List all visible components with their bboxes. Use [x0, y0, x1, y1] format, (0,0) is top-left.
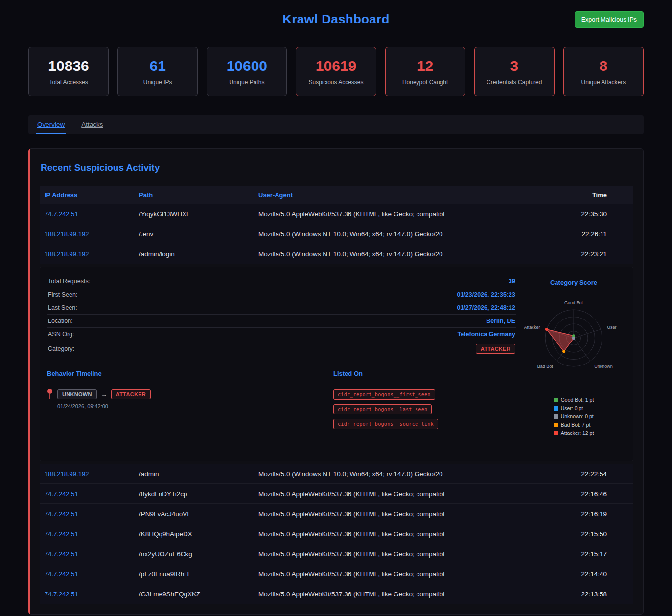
- detail-field: Location: Berlin, DE: [47, 315, 516, 328]
- field-value: Telefonica Germany: [457, 331, 515, 338]
- row-ip-cell: 74.7.242.51: [45, 490, 135, 498]
- row-user-agent: Mozilla/5.0 AppleWebKit/537.36 (KHTML, l…: [258, 591, 539, 598]
- col-header-user-agent: User-Agent: [258, 191, 539, 199]
- legend-swatch: [554, 406, 558, 411]
- suspicious-activity-panel: Recent Suspicious Activity IP Address Pa…: [28, 148, 644, 615]
- field-label: First Seen:: [48, 291, 77, 298]
- listed-on-badges: cidr_report_bogons__first_seen cidr_repo…: [333, 389, 516, 429]
- table-row[interactable]: 74.7.242.51 /PN9LvAcJ4uoVf Mozilla/5.0 A…: [40, 504, 633, 524]
- row-ip-cell: 74.7.242.51: [45, 210, 135, 218]
- tab-bar: Overview Attacks: [28, 115, 644, 134]
- row-time: 22:35:30: [543, 210, 607, 218]
- field-label: Category:: [48, 345, 74, 352]
- row-path: /nx2yUOZuE6Ckg: [139, 550, 255, 558]
- row-time: 22:26:11: [543, 230, 607, 238]
- legend-item: Attacker: 12 pt: [554, 430, 594, 436]
- listed-on-badge[interactable]: cidr_report_bogons__last_seen: [333, 404, 432, 414]
- table-rows-bottom: 188.218.99.192 /admin Mozilla/5.0 (Windo…: [40, 464, 633, 604]
- listed-on-title: Listed On: [333, 370, 516, 382]
- row-user-agent: Mozilla/5.0 (Windows NT 10.0; Win64; x64…: [258, 251, 539, 258]
- ip-link[interactable]: 74.7.242.51: [45, 550, 78, 558]
- stat-card: 3 Credentials Captured: [474, 47, 555, 96]
- behavior-timeline-title: Behavior Timeline: [47, 370, 322, 382]
- row-user-agent: Mozilla/5.0 (Windows NT 10.0; Win64; x64…: [258, 470, 539, 478]
- ip-link[interactable]: 74.7.242.51: [45, 570, 78, 578]
- stat-label: Honeypot Caught: [402, 79, 448, 86]
- col-header-path: Path: [139, 191, 255, 199]
- table-rows-top: 74.7.242.51 /YiqykGI13WHXE Mozilla/5.0 A…: [40, 204, 633, 264]
- radar-legend: Good Bot: 1 ptUser: 0 ptUnknown: 0 ptBad…: [554, 397, 594, 436]
- listed-on-badge[interactable]: cidr_report_bogons__source_link: [333, 419, 438, 429]
- detail-field: Last Seen: 01/27/2026, 22:48:12: [47, 301, 516, 315]
- legend-swatch: [554, 414, 558, 419]
- page-title: Krawl Dashboard: [282, 12, 389, 27]
- field-value: Berlin, DE: [486, 318, 515, 324]
- legend-item: Unknown: 0 pt: [554, 413, 594, 419]
- table-row[interactable]: 188.218.99.192 /.env Mozilla/5.0 (Window…: [40, 224, 633, 244]
- row-ip-cell: 74.7.242.51: [45, 510, 135, 518]
- detail-lower: Behavior Timeline UNKNOWN → ATTACKER: [47, 370, 516, 429]
- row-user-agent: Mozilla/5.0 AppleWebKit/537.36 (KHTML, l…: [258, 530, 539, 538]
- stats-row: 10836 Total Accesses 61 Unique IPs 10600…: [28, 47, 644, 96]
- detail-fields: Total Requests: 39 First Seen: 01/23/202…: [47, 275, 516, 341]
- table-row[interactable]: 74.7.242.51 /nx2yUOZuE6Ckg Mozilla/5.0 A…: [40, 544, 633, 564]
- tab-attacks[interactable]: Attacks: [80, 115, 104, 134]
- row-path: /admin/login: [139, 251, 255, 258]
- legend-item: User: 0 pt: [554, 405, 594, 411]
- legend-label: Unknown: 0 pt: [561, 413, 594, 419]
- detail-field: First Seen: 01/23/2026, 22:35:23: [47, 288, 516, 301]
- col-header-ip: IP Address: [45, 191, 135, 199]
- ip-detail-panel: Total Requests: 39 First Seen: 01/23/202…: [40, 267, 633, 461]
- field-label: Location:: [48, 318, 73, 324]
- row-time: 22:15:50: [543, 530, 607, 538]
- tab-overview[interactable]: Overview: [36, 115, 66, 134]
- stat-label: Unique Attackers: [581, 79, 626, 86]
- ip-link[interactable]: 74.7.242.51: [45, 510, 78, 518]
- detail-field: Total Requests: 39: [47, 275, 516, 288]
- table-row[interactable]: 74.7.242.51 /8ykdLnDYTi2cp Mozilla/5.0 A…: [40, 484, 633, 504]
- svg-text:Bad Bot: Bad Bot: [537, 364, 554, 369]
- row-user-agent: Mozilla/5.0 AppleWebKit/537.36 (KHTML, l…: [258, 210, 539, 218]
- row-path: /8ykdLnDYTi2cp: [139, 490, 255, 498]
- stat-label: Unique Paths: [229, 79, 264, 86]
- timeline-entry: UNKNOWN → ATTACKER 01/24/2026, 09:42:00: [47, 389, 322, 409]
- ip-link[interactable]: 74.7.242.51: [45, 530, 78, 538]
- table-row[interactable]: 74.7.242.51 /pLz0Fnua9fRhH Mozilla/5.0 A…: [40, 564, 633, 584]
- table-row[interactable]: 188.218.99.192 /admin/login Mozilla/5.0 …: [40, 244, 633, 264]
- field-label: Last Seen:: [48, 304, 77, 311]
- row-user-agent: Mozilla/5.0 AppleWebKit/537.36 (KHTML, l…: [258, 490, 539, 498]
- stat-card: 61 Unique IPs: [117, 47, 198, 96]
- legend-item: Good Bot: 1 pt: [554, 397, 594, 403]
- table-row[interactable]: 188.218.99.192 /admin Mozilla/5.0 (Windo…: [40, 464, 633, 484]
- row-user-agent: Mozilla/5.0 AppleWebKit/537.36 (KHTML, l…: [258, 510, 539, 518]
- field-label: Total Requests:: [48, 278, 90, 285]
- legend-swatch: [554, 398, 558, 402]
- export-malicious-ips-button[interactable]: Export Malicious IPs: [575, 11, 644, 28]
- stat-label: Suspicious Accesses: [308, 79, 363, 86]
- legend-label: Good Bot: 1 pt: [561, 397, 594, 403]
- table-row[interactable]: 74.7.242.51 /K8HQq9hAipeDX Mozilla/5.0 A…: [40, 524, 633, 544]
- field-value: 39: [509, 278, 515, 285]
- stat-value: 61: [150, 58, 166, 74]
- timeline-timestamp: 01/24/2026, 09:42:00: [57, 403, 151, 409]
- row-time: 22:16:46: [543, 490, 607, 498]
- ip-link[interactable]: 74.7.242.51: [45, 591, 78, 598]
- ip-link[interactable]: 188.218.99.192: [45, 230, 89, 238]
- svg-text:User: User: [607, 325, 616, 330]
- timeline-content: UNKNOWN → ATTACKER 01/24/2026, 09:42:00: [57, 389, 151, 409]
- listed-on-badge[interactable]: cidr_report_bogons__first_seen: [333, 389, 435, 400]
- ip-link[interactable]: 188.218.99.192: [45, 470, 89, 478]
- ip-link[interactable]: 74.7.242.51: [45, 490, 78, 498]
- row-time: 22:23:21: [543, 251, 607, 258]
- stat-value: 10600: [227, 58, 267, 74]
- legend-swatch: [554, 423, 558, 427]
- row-ip-cell: 188.218.99.192: [45, 230, 135, 238]
- ip-link[interactable]: 188.218.99.192: [45, 251, 89, 258]
- legend-swatch: [554, 431, 558, 435]
- legend-label: Attacker: 12 pt: [561, 430, 594, 436]
- ip-link[interactable]: 74.7.242.51: [45, 210, 78, 218]
- row-ip-cell: 188.218.99.192: [45, 470, 135, 478]
- row-ip-cell: 74.7.242.51: [45, 530, 135, 538]
- table-row[interactable]: 74.7.242.51 /G3Lme9ShEQgXKZ Mozilla/5.0 …: [40, 584, 633, 604]
- table-row[interactable]: 74.7.242.51 /YiqykGI13WHXE Mozilla/5.0 A…: [40, 204, 633, 224]
